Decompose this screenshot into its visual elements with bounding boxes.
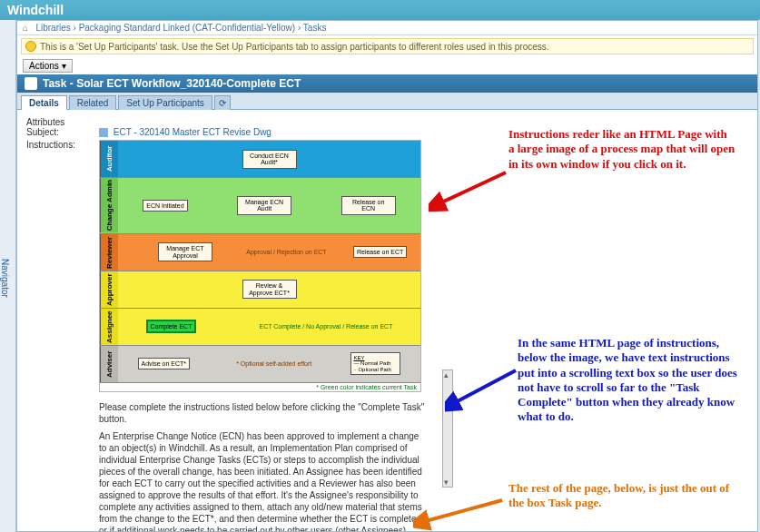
actions-menu-button[interactable]: Actions ▾	[23, 59, 73, 73]
subject-label: Subject:	[26, 127, 99, 137]
process-map-image[interactable]: Auditor Conduct ECN Audit* Change Admin …	[99, 140, 421, 391]
task-title-bar: Task - Solar ECT Workflow_320140-Complet…	[17, 74, 757, 93]
tab-refresh[interactable]: ⟳	[214, 95, 231, 110]
lane-adviser-header: Adviser	[100, 346, 118, 382]
assignee-note: ECT Complete / No Approval / Release on …	[260, 323, 393, 330]
lane-reviewer-header: Reviewer	[100, 234, 118, 271]
breadcrumb: ⌂ Libraries › Packaging Standard Linked …	[17, 21, 757, 35]
actions-row: Actions ▾	[17, 57, 757, 74]
breadcrumb-tasks[interactable]: Tasks	[303, 23, 327, 33]
box-review-approve-ect: Review & Approve ECT*	[242, 280, 297, 299]
tab-details[interactable]: Details	[21, 95, 67, 110]
task-icon	[25, 77, 37, 90]
lane-changeadmin-header: Change Admin	[100, 178, 118, 232]
tab-related[interactable]: Related	[69, 95, 116, 110]
app-title: Windchill	[7, 3, 64, 17]
instr-p2: An Enterprise Change Notice (ECN) has be…	[99, 430, 426, 532]
task-title: Task - Solar ECT Workflow_320140-Complet…	[43, 77, 301, 90]
document-icon	[99, 128, 108, 137]
reviewer-mid-label: Approval / Rejection on ECT	[246, 249, 326, 255]
box-release-on-ect: Release on ECT	[353, 246, 407, 258]
instruction-scrollbar[interactable]	[442, 369, 453, 488]
app-titlebar: Windchill	[0, 0, 760, 20]
instruction-scroll-text: Please complete the instructions listed …	[99, 401, 426, 532]
lane-approver-header: Approver	[100, 271, 118, 308]
breadcrumb-library-name[interactable]: Packaging Standard Linked (CAT-Confident…	[79, 23, 295, 33]
subject-value[interactable]: ECT - 320140 Master ECT Revise Dwg	[99, 127, 271, 137]
legend-key: KEY — Normal Path ·· Optional Path	[350, 352, 400, 376]
box-manage-ect-approval: Manage ECT Approval	[158, 242, 212, 261]
box-release-on-ecn: Release on ECN	[341, 196, 396, 215]
instructions-area: Auditor Conduct ECN Audit* Change Admin …	[99, 140, 426, 532]
box-advise-on-ect: Advise on ECT*	[138, 358, 190, 369]
lane-assignee-header: Assignee	[100, 309, 118, 345]
info-banner: This is a 'Set Up Participants' task. Us…	[21, 38, 754, 54]
details-content: Attributes Subject: ECT - 320140 Master …	[17, 110, 757, 532]
lightbulb-icon	[25, 41, 36, 52]
instructions-label: Instructions:	[26, 140, 99, 150]
map-footnote: * Green color indicates current Task	[100, 382, 420, 391]
box-complete-ect-current: Complete ECT	[146, 320, 197, 333]
info-banner-text: This is a 'Set Up Participants' task. Us…	[40, 42, 549, 52]
main-panel: ⌂ Libraries › Packaging Standard Linked …	[16, 20, 758, 532]
annotation-red: Instructions reder like an HTML Page wit…	[508, 127, 735, 172]
tab-row: Details Related Set Up Participants ⟳	[17, 93, 757, 110]
box-ecn-initiated: ECN Initiated	[143, 200, 187, 212]
navigator-label: Navigator	[0, 259, 10, 298]
box-manage-ecn-audit: Manage ECN Audit	[237, 196, 291, 215]
left-navigator-rail[interactable]: Navigator	[0, 20, 16, 532]
adviser-optional-note: * Optional self-added effort	[236, 360, 311, 367]
lane-auditor-header: Auditor	[100, 141, 118, 177]
home-icon[interactable]: ⌂	[23, 23, 28, 33]
instr-p1: Please complete the instructions listed …	[99, 401, 426, 425]
annotation-orange: The rest of the page, below, is just the…	[508, 481, 735, 511]
box-conduct-ecn-audit: Conduct ECN Audit*	[242, 150, 297, 169]
breadcrumb-libraries[interactable]: Libraries	[35, 23, 70, 33]
attributes-heading: Attributes	[26, 117, 748, 127]
annotation-blue: In the same HTML page of instructions, b…	[518, 336, 745, 425]
tab-setup-participants[interactable]: Set Up Participants	[118, 95, 212, 110]
